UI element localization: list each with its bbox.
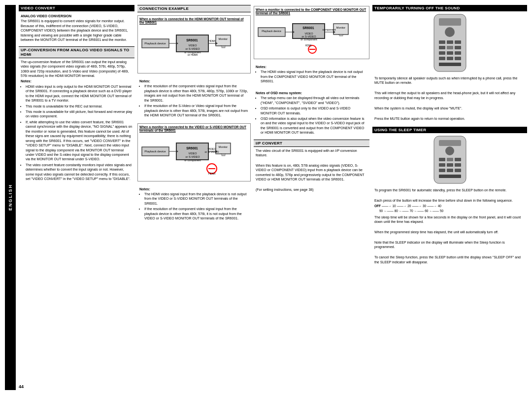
ip-convert-body: The video circuit of the SR6001 is equip… [254, 147, 369, 195]
svg-rect-71 [439, 63, 461, 66]
svg-text:SR6001: SR6001 [186, 38, 198, 42]
svg-rect-81 [439, 169, 445, 172]
sidebar-label: ENGLISH [8, 184, 13, 211]
conn-component-diagram: Playback device SR6001 VIDEO or S-VIDEO … [256, 16, 359, 55]
svg-text:component: component [322, 28, 336, 31]
svg-point-58 [445, 27, 455, 37]
svg-text:Playback device: Playback device [144, 42, 166, 45]
svg-rect-57 [439, 18, 461, 26]
analog-conversion-section: ANALOG VIDEO CONVERSION The SR6001 is eq… [19, 11, 134, 45]
svg-text:Playback device: Playback device [262, 30, 281, 33]
sleep-diagram-row2: 90 ←—— 80 ←—— 70 ←—— 60 ←—— 50 [379, 209, 525, 214]
ip-convert-section: I/P CONVERT The video circuit of the SR6… [254, 140, 369, 195]
sleep-diagram-row1: OFF ——→ 10 ——→ 20 ——→ 30 ——→ 40 [374, 204, 525, 209]
conn-notes-3-section: Notes: The HDMI video signal input from … [254, 62, 369, 86]
svg-rect-12 [222, 46, 225, 48]
temp-body3: When the system is muted, the display wi… [374, 106, 525, 110]
svg-text:HDMI: HDMI [208, 39, 216, 42]
video-convert-section: VIDEO CONVERT ANALOG VIDEO CONVERSION Th… [19, 5, 134, 45]
svg-rect-78 [439, 163, 445, 167]
svg-text:or HDMI: or HDMI [188, 53, 198, 56]
upconv-note-5: The video convert feature constantly mon… [26, 163, 133, 181]
svg-rect-73 [439, 140, 461, 146]
columns: VIDEO CONVERT ANALOG VIDEO CONVERSION Th… [19, 5, 527, 390]
upconv-note-2: This mode is unavailable for the REC out… [26, 104, 133, 108]
conn-notes-3-list: The HDMI video signal input from the pla… [256, 70, 367, 83]
svg-rect-79 [447, 163, 453, 167]
conn-note-5: The HDMI video signal input from the pla… [261, 70, 367, 83]
remote-control-graphic-2 [432, 135, 468, 184]
temp-sound-section: TEMPORARILY TURNING OFF THE SOUND [372, 5, 527, 123]
conn-hdmi-label: When a monitor is connected to the HDMI … [139, 17, 249, 24]
notes-label-1: Notes: [21, 79, 133, 83]
temp-body2: This will interrupt the output to all sp… [374, 91, 525, 100]
conn-notes-2-list: The HDMI video signal input from the pla… [139, 192, 249, 221]
svg-rect-65 [439, 51, 445, 55]
svg-rect-76 [447, 158, 453, 161]
osd-notes-list: The setup menu can be displayed through … [256, 96, 367, 135]
osd-note-2: OSD information is output only to the VI… [261, 106, 367, 115]
svg-text:Monitor: Monitor [336, 26, 346, 29]
col4: TEMPORARILY TURNING OFF THE SOUND [372, 5, 527, 390]
osd-note-1: The setup menu can be displayed through … [261, 96, 367, 105]
svg-rect-48 [339, 35, 343, 36]
conn-notes-1-list: If the resolution of the component video… [139, 84, 249, 117]
ip-convert-body2: When this feature is on, 480i, 576i anal… [256, 163, 367, 182]
conn-component-box: When a monitor is connected to the COMPO… [254, 6, 369, 59]
ip-convert-note: (For setting instructions, see page 38) [256, 187, 367, 192]
upconv-note-3: This mode is unavailable for still pictu… [26, 109, 133, 119]
upconv-body-section: The up-conversion feature of the SR6001 … [19, 58, 134, 184]
svg-text:or S-VIDEO: or S-VIDEO [185, 155, 200, 158]
sleep-body1: To program the SR6001 for automatic stan… [374, 188, 525, 192]
conn-note-2: If the resolution of the S-Video or Vide… [144, 104, 249, 117]
svg-text:HDMI: HDMI [208, 172, 216, 175]
conn-svideo-label: When a monitor is connected to the VIDEO… [139, 125, 249, 132]
temp-sound-body: To temporarily silence all speaker outpu… [372, 74, 527, 123]
conn-note-1: If the resolution of the component video… [144, 84, 249, 103]
osd-notes-label: Notes of OSD menu system: [256, 91, 367, 95]
svg-rect-66 [447, 51, 453, 55]
analog-conv-body: The SR6001 is equipped to convert video … [21, 19, 133, 42]
conn-hdmi-box: When a monitor is connected to the HDMI … [137, 15, 251, 73]
upconv-notes-list: HDMI video input is only output to the H… [21, 84, 133, 181]
analog-conv-header: ANALOG VIDEO CONVERSION [21, 14, 133, 18]
svg-rect-64 [455, 46, 461, 49]
svg-text:VIDEO: VIDEO [188, 44, 197, 47]
conn-note-4: If the resolution of the component video… [144, 207, 249, 220]
svg-rect-60 [447, 40, 453, 44]
svg-text:HDMI: HDMI [305, 44, 312, 47]
conn-component-label: When a monitor is connected to the COMPO… [256, 8, 367, 15]
sleep-body5: Note that the SLEEP indicator on the dis… [374, 240, 525, 250]
temp-sound-header: TEMPORARILY TURNING OFF THE SOUND [372, 5, 527, 11]
svg-text:VIDEO: VIDEO [188, 152, 197, 155]
col1: VIDEO CONVERT ANALOG VIDEO CONVERSION Th… [19, 5, 134, 390]
upconv-note-1: HDMI video input is only output to the H… [26, 84, 133, 103]
conn-example-header: CONNECTION EXAMPLE [137, 5, 251, 12]
page-number-area: 44 [19, 381, 134, 390]
conn-notes-1-section: Notes: If the resolution of the componen… [137, 76, 251, 120]
notes-label-4: Notes: [256, 65, 367, 69]
upconv-section: UP-CONVERSION FROM ANALOG VIDEO SIGNALS … [19, 46, 134, 184]
svg-text:or S-VIDEO: or S-VIDEO [204, 150, 219, 153]
sleep-body4: When the programmed sleep time has elaps… [374, 230, 525, 234]
remote-control-graphic [432, 13, 468, 72]
svg-rect-63 [447, 46, 453, 49]
conn-svideo-box: When a monitor is connected to the VIDEO… [137, 123, 251, 181]
notes-label-2: Notes: [139, 79, 249, 83]
svg-rect-62 [439, 46, 445, 49]
svg-rect-70 [455, 57, 461, 60]
svg-rect-59 [439, 40, 445, 44]
svg-text:Monitor: Monitor [219, 37, 228, 40]
svg-rect-61 [455, 40, 461, 44]
svg-rect-10 [216, 35, 231, 46]
ip-convert-header: I/P CONVERT [254, 140, 369, 147]
svg-rect-68 [439, 57, 445, 60]
svg-rect-83 [455, 169, 461, 172]
sleep-body3: The sleep time will be shown for a few s… [374, 215, 525, 224]
sleep-body2: Each press of the button will increase t… [374, 198, 525, 203]
conn-svideo-diagram: Playback device SR6001 VIDEO or S-VIDEO … [139, 133, 243, 178]
sleep-body6: To cancel the Sleep function, press the … [374, 255, 525, 264]
temp-body4: Press the MUTE button again to return to… [374, 116, 525, 121]
svg-point-74 [445, 146, 454, 155]
ip-convert-body1: The video circuit of the SR6001 is equip… [256, 148, 367, 158]
